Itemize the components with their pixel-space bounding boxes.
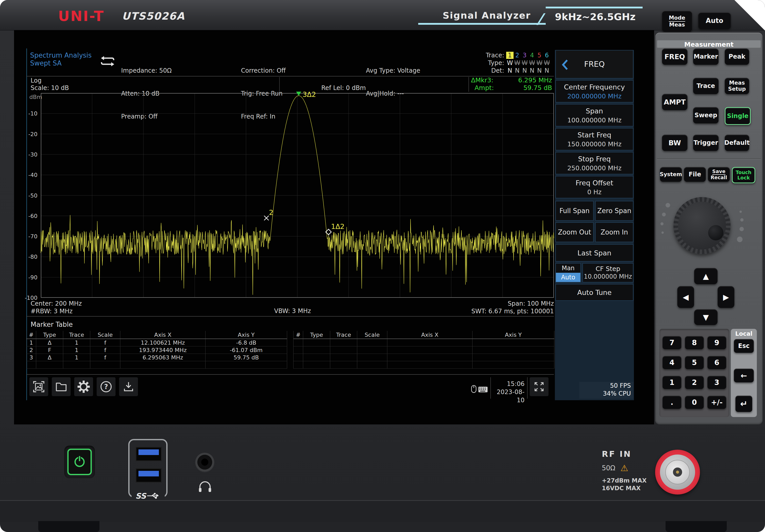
menu-header[interactable]: FREQ xyxy=(555,50,633,79)
y-tick: -30 xyxy=(22,152,38,158)
meas-label: Meas xyxy=(669,22,685,28)
key-8[interactable]: 8 xyxy=(685,336,704,349)
peak-button[interactable]: Peak xyxy=(725,48,749,65)
menu-stop-freq[interactable]: Stop Freq 250.000000 MHz xyxy=(555,152,633,174)
panel-divider xyxy=(657,159,761,159)
trigger-button[interactable]: Trigger xyxy=(693,135,719,151)
help-button[interactable]: ? xyxy=(97,377,116,396)
y-tick: -70 xyxy=(22,233,38,240)
save-recall-button[interactable]: SaveRecall xyxy=(708,167,730,182)
knob-dot xyxy=(662,213,666,217)
menu-zoom-in[interactable]: Zoom In xyxy=(595,222,633,242)
key-6[interactable]: 6 xyxy=(707,356,726,369)
file-manager-button[interactable] xyxy=(52,377,71,396)
mode-meas-button[interactable]: ModeMeas xyxy=(662,11,692,32)
menu-center-frequency[interactable]: Center Frequency 200.000000 MHz xyxy=(555,80,633,103)
key-9[interactable]: 9 xyxy=(707,336,726,349)
file-button[interactable]: File xyxy=(684,167,706,182)
key-1[interactable]: 1 xyxy=(662,376,681,389)
auto-button[interactable]: Auto xyxy=(698,12,731,29)
bw-button[interactable]: BW xyxy=(662,135,687,151)
y-tick: -80 xyxy=(22,254,38,260)
key-+/-[interactable]: +/- xyxy=(707,396,726,409)
right-arrow-button[interactable]: ▶ xyxy=(718,286,734,308)
key-0[interactable]: 0 xyxy=(685,396,704,409)
key-4[interactable]: 4 xyxy=(662,356,681,369)
trace-det: N xyxy=(536,67,543,74)
key-.[interactable]: . xyxy=(662,396,681,409)
auto-option[interactable]: Auto xyxy=(556,273,580,282)
menu-span[interactable]: Span 100.000000 MHz xyxy=(555,104,633,127)
up-arrow-button[interactable]: ▲ xyxy=(694,268,718,284)
screenshot-button[interactable] xyxy=(29,377,48,396)
key-3[interactable]: 3 xyxy=(707,376,726,389)
fps: 50 FPS xyxy=(579,382,631,390)
cpu: 34% CPU xyxy=(579,390,631,398)
trace-det: N xyxy=(543,67,550,74)
status-divider-1 xyxy=(490,377,491,399)
rotary-knob[interactable] xyxy=(673,197,731,254)
menu-start-freq[interactable]: Start Freq 150.000000 MHz xyxy=(555,128,633,150)
usb-port-2 xyxy=(136,468,162,483)
menu-zero-span[interactable]: Zero Span xyxy=(595,201,633,221)
usb-trident-icon xyxy=(147,492,161,500)
menu-last-span[interactable]: Last Span xyxy=(555,244,633,262)
usb-port-group xyxy=(128,439,168,498)
y-tick: -20 xyxy=(22,131,38,137)
default-button[interactable]: Default xyxy=(725,135,749,151)
man-option[interactable]: Man xyxy=(556,264,580,273)
down-arrow-icon: ▼ xyxy=(703,313,709,322)
meas-setup-button[interactable]: MeasSetup xyxy=(725,78,749,94)
brand-logo: UNI-T xyxy=(58,8,104,24)
trace-det: N xyxy=(506,67,513,74)
menu-full-span[interactable]: Full Span xyxy=(555,201,594,221)
knob-dot xyxy=(737,237,743,242)
enter-key[interactable]: ↵ xyxy=(735,396,752,412)
trace-numbers: 123456 xyxy=(506,52,550,59)
menu-zoom-out[interactable]: Zoom Out xyxy=(555,222,594,242)
menu-freq-offset[interactable]: Freq Offset 0 Hz xyxy=(555,176,633,198)
single-button[interactable]: Single xyxy=(725,107,751,125)
scale-divider-2 xyxy=(468,77,469,92)
warning-icon: ⚠ xyxy=(620,463,628,473)
table-row xyxy=(294,339,554,346)
trace-number-6: 6 xyxy=(543,52,550,59)
left-arrow-icon: ◀ xyxy=(683,292,688,301)
esc-key[interactable]: Esc xyxy=(734,339,754,353)
y-tick: -90 xyxy=(22,274,38,280)
system-button[interactable]: System xyxy=(660,167,682,182)
spectrum-graph: 21Δ23Δ2 xyxy=(41,93,554,298)
clock[interactable]: 15:06 2023-08-10 xyxy=(492,380,524,404)
key-5[interactable]: 5 xyxy=(685,356,704,369)
expand-arrows-icon xyxy=(533,381,545,392)
headphone-icon xyxy=(198,480,212,493)
left-arrow-button[interactable]: ◀ xyxy=(677,286,694,308)
trace-button[interactable]: Trace xyxy=(693,78,719,94)
man-auto-toggle[interactable]: Man Auto xyxy=(555,263,581,282)
continuous-sweep-icon[interactable] xyxy=(99,55,116,68)
settings-button[interactable] xyxy=(74,377,93,396)
power-button[interactable] xyxy=(67,449,92,475)
menu-auto-tune[interactable]: Auto Tune xyxy=(555,284,633,301)
device-foot-left xyxy=(38,521,99,532)
ref-level: Ref Lel: 0 dBm xyxy=(321,84,366,92)
trace-type: W xyxy=(506,59,513,67)
fullscreen-button[interactable] xyxy=(530,377,548,396)
mode-indicator[interactable]: Spectrum Analysis Swept SA xyxy=(30,52,92,67)
center-rbw-readout: Center: 200 MHz #RBW: 3 MHz xyxy=(31,300,82,315)
freq-button[interactable]: FREQ xyxy=(662,48,687,65)
marker-button[interactable]: Marker xyxy=(693,48,719,65)
mouse-icon xyxy=(471,385,476,393)
key-2[interactable]: 2 xyxy=(685,376,704,389)
ampt-button[interactable]: AMPT xyxy=(662,94,687,110)
sweep-button[interactable]: Sweep xyxy=(693,107,719,123)
key-7[interactable]: 7 xyxy=(662,336,681,349)
touch-lock-button[interactable]: TouchLock xyxy=(732,167,755,183)
save-button[interactable] xyxy=(119,377,138,396)
trace-det: N xyxy=(521,67,528,74)
down-arrow-button[interactable]: ▼ xyxy=(694,309,718,325)
trace-type: W xyxy=(528,59,536,67)
menu-cf-step[interactable]: CF Step 10.000000 MHz xyxy=(582,263,633,282)
backspace-key[interactable]: ← xyxy=(734,368,754,382)
knob-dot xyxy=(740,218,744,222)
